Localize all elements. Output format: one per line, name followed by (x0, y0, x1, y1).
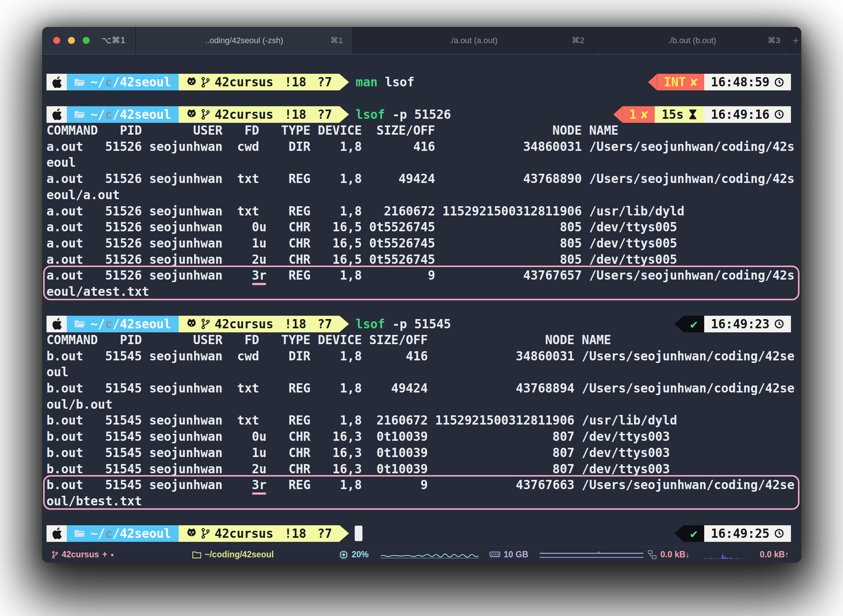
lsof-table-51526: a.out 51526 seojunhwan cwd DIR 1,8 416 3… (47, 139, 797, 268)
command-text: man lsof (356, 75, 414, 89)
table-row: b.out 51545 seojunhwan 2u CHR 16,3 0t100… (47, 461, 797, 477)
ram-sparkline (539, 550, 644, 560)
tab-shortcut: ⌘3 (768, 36, 780, 45)
cpu-sparkline (380, 550, 480, 560)
apple-icon (51, 76, 62, 89)
tab-title: ./b.out (b.out) (668, 36, 717, 45)
git-branch-icon (52, 550, 58, 559)
check-icon: ✔ (690, 317, 698, 331)
table-row: b.out 51545 seojunhwan txt REG 1,8 21606… (47, 412, 797, 428)
status-arrow (674, 316, 684, 332)
lsof-table-header: COMMAND PID USER FD TYPE DEVICE SIZE/OFF… (47, 332, 797, 348)
prompt-line-lsof-51545: ~/c/42seoul 42cursus !18 ?7 lsof -p 5154… (47, 316, 797, 332)
folder-open-icon (74, 110, 85, 119)
table-row: eoul/a.out (47, 187, 797, 203)
lsof-table-header: COMMAND PID USER FD TYPE DEVICE SIZE/OFF… (47, 122, 797, 139)
octocat-icon (186, 109, 197, 120)
terminal-content[interactable]: ~/c/42seoul 42cursus !18 ?7 man lsof INT… (42, 54, 801, 541)
table-row-fd-3r: b.out 51545 seojunhwan 3r REG 1,8 9 4376… (47, 477, 797, 493)
table-row-fd-3r: a.out 51526 seojunhwan 3r REG 1,8 9 4376… (47, 267, 797, 284)
tab-42seoul-zsh[interactable]: ..oding/42seoul (-zsh) ⌘1 (136, 27, 353, 54)
path-home: ~/ (90, 75, 105, 89)
path-separator: / (113, 75, 120, 89)
net-sparkline (703, 550, 747, 560)
command: man (356, 75, 378, 89)
folder-open-icon (74, 529, 85, 538)
statusbar-cpu-percent: 20% (352, 550, 369, 560)
timestamp-segment: 16:48:59 (704, 74, 791, 90)
prompt-arrow (339, 106, 349, 123)
statusbar-network-component: 0.0 kB↓ 0.0 kB↑ (648, 550, 789, 560)
table-row-wrap: eoul/atest.txt (47, 284, 797, 300)
window-controls: ⌥⌘1 (42, 27, 136, 54)
tab-shortcut: ⌘1 (330, 36, 343, 45)
command-text: lsof -p 51545 (356, 317, 451, 331)
exit-code-status: 1✘ (623, 106, 655, 123)
highlight-annotation-atest: a.out 51526 seojunhwan 3r REG 1,8 9 4376… (47, 267, 797, 299)
tab-shortcut: ⌘2 (572, 36, 584, 45)
status-arrow (648, 74, 657, 90)
git-branch-icon (201, 76, 210, 88)
statusbar-net-up: 0.0 kB↑ (760, 550, 789, 560)
check-icon: ✔ (690, 527, 698, 541)
apple-icon (51, 317, 62, 330)
lsof-table-51545: b.out 51545 seojunhwan cwd DIR 1,8 416 3… (47, 348, 797, 477)
tab-title: ./a.out (a.out) (449, 36, 498, 45)
prompt-line-man-lsof: ~/c/42seoul 42cursus !18 ?7 man lsof INT… (47, 74, 797, 90)
interrupt-status: INT✘ (657, 74, 704, 90)
tab-title: ..oding/42seoul (-zsh) (205, 36, 283, 45)
table-row: b.out 51545 seojunhwan 0u CHR 16,3 0t100… (47, 428, 797, 445)
terminal-cursor[interactable] (355, 526, 363, 541)
octocat-icon (186, 77, 197, 88)
prompt-right-status: INT✘ 16:48:59 (648, 74, 791, 90)
network-hosts-icon (648, 550, 657, 560)
statusbar-git-dirty-dot: ● (110, 551, 114, 558)
table-row: b.out 51545 seojunhwan txt REG 1,8 49424… (47, 380, 797, 396)
tab-a-out[interactable]: ./a.out (a.out) ⌘2 (353, 27, 594, 54)
hourglass-icon (688, 109, 698, 120)
statusbar-git-component: 42cursus+ ● (52, 550, 114, 560)
apple-icon (51, 527, 62, 540)
terminal-window: ⌥⌘1 ..oding/42seoul (-zsh) ⌘1 ./a.out (a… (42, 27, 801, 563)
clock-icon (774, 109, 784, 120)
git-branch-icon (201, 109, 210, 120)
close-window-button[interactable] (53, 37, 60, 44)
prompt-arrow (339, 525, 349, 542)
statusbar-directory-component: ~/coding/42seoul (192, 550, 274, 560)
git-status-text: 42cursus !18 ?7 (215, 75, 332, 89)
status-bar: 42cursus+ ● ~/coding/42seoul 20% 10 GB 0… (42, 546, 801, 563)
statusbar-git-plus: + (102, 550, 107, 560)
statusbar-git-branch: 42cursus (62, 550, 99, 560)
status-arrow (614, 106, 623, 123)
table-row-wrap: oul/btest.txt (47, 493, 797, 509)
statusbar-memory-component: 10 GB (489, 550, 644, 560)
command-args: lsof (377, 75, 414, 89)
command-text: lsof -p 51526 (356, 107, 451, 122)
folder-open-icon (74, 319, 85, 329)
cross-icon: ✘ (690, 75, 698, 89)
cross-icon: ✘ (641, 107, 649, 122)
apple-icon (51, 108, 62, 121)
octocat-icon (186, 318, 197, 329)
fd-3r-underlined: 3r (252, 268, 266, 283)
prompt-line-lsof-51526: ~/c/42seoul 42cursus !18 ?7 lsof -p 5152… (47, 106, 797, 122)
new-tab-button[interactable]: + (790, 27, 801, 54)
folder-icon (192, 551, 201, 559)
timestamp-segment: 16:49:23 (704, 316, 791, 332)
zoom-window-button[interactable] (83, 37, 90, 44)
table-row: eoul (47, 154, 797, 171)
tab-b-out[interactable]: ./b.out (b.out) ⌘3 (594, 27, 790, 54)
table-row: a.out 51526 seojunhwan cwd DIR 1,8 416 3… (47, 139, 797, 155)
prompt-path-segment: ~/c/42seoul (67, 74, 179, 90)
statusbar-cpu-component: 20% (339, 550, 480, 560)
path-current-dir: 42seoul (120, 75, 171, 89)
prompt-line-current[interactable]: ~/c/42seoul 42cursus !18 ?7 ✔ 16:49:25 (47, 525, 797, 541)
timestamp-segment: 16:49:25 (704, 525, 791, 542)
table-row: b.out 51545 seojunhwan 1u CHR 16,3 0t100… (47, 445, 797, 461)
highlight-annotation-btest: b.out 51545 seojunhwan 3r REG 1,8 9 4376… (47, 477, 797, 509)
prompt-right-status: ✔ 16:49:23 (674, 316, 791, 332)
minimize-window-button[interactable] (68, 37, 75, 44)
status-arrow (674, 525, 684, 542)
tab-bar: ⌥⌘1 ..oding/42seoul (-zsh) ⌘1 ./a.out (a… (42, 27, 801, 54)
fd-3r-underlined: 3r (252, 478, 266, 492)
